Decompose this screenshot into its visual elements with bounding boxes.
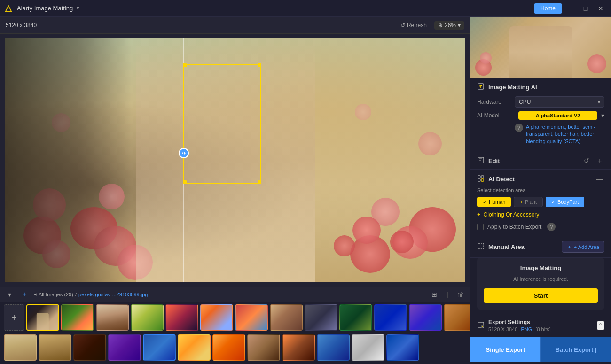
thumbnail-item[interactable] xyxy=(61,304,94,331)
zoom-level: 26% xyxy=(445,22,456,29)
bodypart-detect-button[interactable]: ✓ BodyPart xyxy=(546,197,584,207)
thumbnail-item[interactable] xyxy=(108,334,141,361)
thumbnail-item[interactable] xyxy=(352,334,384,361)
thumbnails-row-2 xyxy=(0,333,470,362)
delete-button[interactable]: 🗑 xyxy=(455,289,466,300)
canvas-view[interactable] xyxy=(0,34,470,287)
thumbnail-item[interactable] xyxy=(317,334,350,361)
thumbnail-item[interactable] xyxy=(212,334,245,361)
svg-rect-5 xyxy=(481,176,484,178)
thumbnail-item[interactable] xyxy=(305,304,337,331)
split-drag-handle[interactable] xyxy=(179,148,189,158)
title-dropdown-icon[interactable]: ▾ xyxy=(77,5,79,11)
image-size-label: 5120 x 3840 xyxy=(6,22,37,29)
thumbnail-item[interactable] xyxy=(409,304,442,331)
hardware-dropdown-arrow: ▾ xyxy=(598,100,600,105)
export-format: PNG xyxy=(521,326,532,332)
preview-thumbnail xyxy=(470,17,611,78)
image-matting-ai-section: Image Matting AI Hardware CPU ▾ AI Model… xyxy=(470,78,611,152)
minimize-button[interactable]: — xyxy=(564,3,577,14)
human-detect-button[interactable]: ✓ Human xyxy=(477,197,511,207)
thumbnail-item[interactable] xyxy=(282,334,315,361)
split-divider xyxy=(183,38,184,282)
person-image xyxy=(136,38,315,282)
svg-rect-6 xyxy=(478,179,480,181)
start-button[interactable]: Start xyxy=(484,288,598,303)
export-details: 5120 X 3840 PNG [8 bits] xyxy=(488,326,593,332)
ai-model-row: AI Model AlphaStandard V2 ▾ xyxy=(477,111,604,120)
thumbnail-item[interactable] xyxy=(444,304,470,331)
ai-detect-icon xyxy=(477,175,485,184)
maximize-button[interactable]: □ xyxy=(579,3,592,14)
help-icon[interactable]: ? xyxy=(515,124,523,132)
thumbnail-item[interactable] xyxy=(26,304,59,331)
export-collapse-button[interactable]: ⌃ xyxy=(597,321,604,330)
add-image-button[interactable]: + xyxy=(19,289,30,300)
bottom-toolbar: ▾ + ◂ All Images (29) / pexels-gustav-..… xyxy=(0,287,470,302)
expand-button[interactable]: ▾ xyxy=(4,289,15,300)
thumbnail-item[interactable] xyxy=(247,334,280,361)
refresh-icon: ↺ xyxy=(400,22,405,29)
thumbnail-item[interactable] xyxy=(73,334,106,361)
select-detection-label: Select detection area xyxy=(477,187,604,193)
ai-model-dropdown-arrow[interactable]: ▾ xyxy=(601,112,604,119)
thumbnail-item[interactable] xyxy=(200,304,233,331)
manual-area-header: Manual Area ＋ + Add Area xyxy=(477,241,604,253)
ai-detect-title: AI Detect xyxy=(488,176,591,183)
zoom-dropdown-icon[interactable]: ▾ xyxy=(458,22,461,29)
canvas-area: 5120 x 3840 ↺ Refresh ⊕ 26% ▾ xyxy=(0,17,470,364)
thumbnail-item[interactable] xyxy=(39,334,71,361)
thumbnail-item[interactable] xyxy=(178,334,211,361)
ai-detect-header: AI Detect — xyxy=(477,174,604,184)
batch-help-icon[interactable]: ? xyxy=(547,223,556,231)
batch-export-button[interactable]: Batch Export | xyxy=(540,337,611,362)
titlebar-left: Aiarty Image Matting ▾ xyxy=(4,4,79,13)
add-area-plus-icon: ＋ xyxy=(567,243,572,250)
manual-area-section: Manual Area ＋ + Add Area xyxy=(470,236,611,258)
close-button[interactable]: ✕ xyxy=(594,3,607,14)
breadcrumb-separator: / xyxy=(75,292,77,297)
app-title: Aiarty Image Matting xyxy=(17,5,73,12)
add-edit-button[interactable]: + xyxy=(595,156,604,165)
apply-batch-checkbox[interactable] xyxy=(477,224,484,230)
export-settings-icon xyxy=(477,321,485,330)
manual-area-icon xyxy=(477,242,485,251)
clothing-add-row: + Clothing Or Accessory xyxy=(477,211,604,218)
breadcrumb: ◂ All Images (29) / pexels-gustav-...291… xyxy=(34,291,148,297)
hardware-value: CPU xyxy=(519,99,531,105)
breadcrumb-back-icon[interactable]: ◂ xyxy=(34,291,37,297)
undo-button[interactable]: ↺ xyxy=(582,156,591,165)
ai-detect-collapse-button[interactable]: — xyxy=(595,174,604,184)
plant-detect-button[interactable]: + Plant xyxy=(514,197,543,207)
thumbnail-item[interactable] xyxy=(339,304,372,331)
refresh-button[interactable]: ↺ Refresh xyxy=(397,20,431,31)
detection-buttons: ✓ Human + Plant ✓ BodyPart xyxy=(477,197,604,207)
hardware-dropdown[interactable]: CPU ▾ xyxy=(515,96,604,108)
export-info: Export Settings 5120 X 3840 PNG [8 bits] xyxy=(488,319,593,332)
thumbnail-item[interactable] xyxy=(374,304,407,331)
thumbnail-item[interactable] xyxy=(143,334,176,361)
thumbnail-item[interactable] xyxy=(4,334,37,361)
edit-header: Edit ↺ + xyxy=(477,156,604,165)
thumbnail-item[interactable] xyxy=(165,304,198,331)
thumbnail-item[interactable] xyxy=(131,304,164,331)
image-matting-ai-title: Image Matting AI xyxy=(488,84,604,91)
export-settings-header: Export Settings 5120 X 3840 PNG [8 bits]… xyxy=(477,319,604,332)
thumbnail-item[interactable] xyxy=(235,304,268,331)
single-export-button[interactable]: Single Export xyxy=(470,337,540,362)
thumbnail-item[interactable] xyxy=(386,334,419,361)
zoom-display: ⊕ 26% ▾ xyxy=(434,21,464,30)
edit-section: Edit ↺ + xyxy=(470,152,611,170)
clothing-label[interactable]: Clothing Or Accessory xyxy=(484,211,540,218)
ai-detect-section: AI Detect — Select detection area ✓ Huma… xyxy=(470,170,611,236)
thumbnail-item[interactable] xyxy=(270,304,303,331)
check-icon: ✓ xyxy=(483,199,487,205)
add-area-button[interactable]: ＋ + Add Area xyxy=(562,241,604,253)
thumbnail-item[interactable] xyxy=(96,304,129,331)
check-bodypart-icon: ✓ xyxy=(551,199,556,205)
home-button[interactable]: Home xyxy=(534,3,562,14)
ai-description-row: ? Alpha refinement, better semi-transpar… xyxy=(515,124,604,147)
add-thumbnail-button[interactable]: + xyxy=(4,304,24,331)
view-toggle-button[interactable]: ⊞ xyxy=(429,289,440,300)
image-matting-popup: Image Matting AI Inference is required. … xyxy=(477,258,604,310)
